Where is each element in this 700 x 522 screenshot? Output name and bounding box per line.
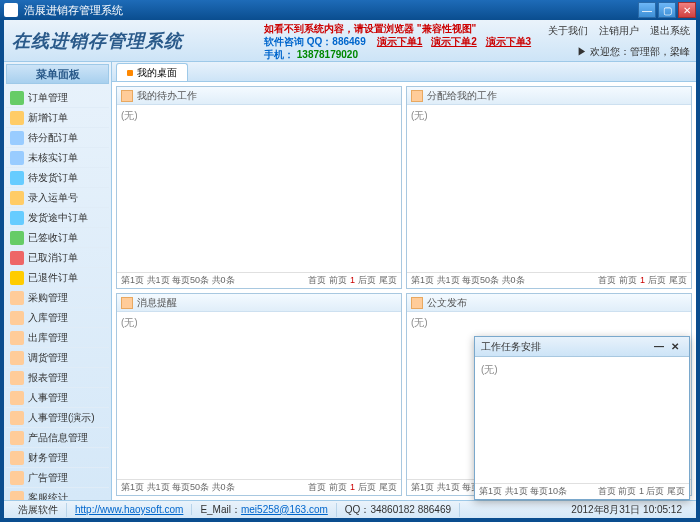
sidebar-item-19[interactable]: 广告管理	[6, 468, 109, 488]
pg-first[interactable]: 首页	[598, 275, 616, 285]
popup-close-button[interactable]: ✕	[667, 341, 683, 352]
menu-label: 产品信息管理	[28, 431, 88, 445]
panel-2: 消息提醒(无)第1页 共1页 每页50条 共0条首页前页1后页尾页	[116, 293, 402, 496]
tab-desktop[interactable]: 我的桌面	[116, 63, 188, 81]
panel-0: 我的待办工作(无)第1页 共1页 每页50条 共0条首页前页1后页尾页	[116, 86, 402, 289]
pg-first[interactable]: 首页	[308, 275, 326, 285]
menu-icon	[10, 251, 24, 265]
pg-prev[interactable]: 前页	[329, 275, 347, 285]
pg-next[interactable]: 后页	[358, 275, 376, 285]
panel-icon	[121, 90, 133, 102]
menu-icon	[10, 451, 24, 465]
panel-icon	[411, 90, 423, 102]
app-logo-text: 在线进销存管理系统	[12, 29, 183, 53]
pg-first[interactable]: 首页	[308, 482, 326, 492]
sidebar-item-6[interactable]: 发货途中订单	[6, 208, 109, 228]
popup-header[interactable]: 工作任务安排 — ✕	[475, 337, 689, 357]
menu-label: 客服统计	[28, 491, 68, 501]
popup-pg-last[interactable]: 尾页	[667, 486, 685, 496]
menu-label: 报表管理	[28, 371, 68, 385]
pg-prev[interactable]: 前页	[329, 482, 347, 492]
menu-label: 入库管理	[28, 311, 68, 325]
sidebar-item-14[interactable]: 报表管理	[6, 368, 109, 388]
logout-link[interactable]: 注销用户	[599, 25, 639, 36]
menu-icon	[10, 191, 24, 205]
menu-label: 未核实订单	[28, 151, 78, 165]
sidebar-item-4[interactable]: 待发货订单	[6, 168, 109, 188]
sidebar-item-16[interactable]: 人事管理(演示)	[6, 408, 109, 428]
sidebar-item-3[interactable]: 未核实订单	[6, 148, 109, 168]
pg-last[interactable]: 尾页	[669, 275, 687, 285]
panel-pager: 第1页 共1页 每页50条 共0条首页前页1后页尾页	[117, 272, 401, 288]
panel-title: 公文发布	[427, 296, 467, 310]
sidebar-item-0[interactable]: 订单管理	[6, 88, 109, 108]
sidebar-item-11[interactable]: 入库管理	[6, 308, 109, 328]
sidebar-item-18[interactable]: 财务管理	[6, 448, 109, 468]
pg-prev[interactable]: 前页	[619, 275, 637, 285]
menu-label: 采购管理	[28, 291, 68, 305]
sidebar-item-15[interactable]: 人事管理	[6, 388, 109, 408]
sidebar-item-1[interactable]: 新增订单	[6, 108, 109, 128]
demo-link-3[interactable]: 演示下单3	[486, 36, 532, 47]
close-button[interactable]: ✕	[678, 2, 696, 18]
sidebar-item-7[interactable]: 已签收订单	[6, 228, 109, 248]
sidebar-item-10[interactable]: 采购管理	[6, 288, 109, 308]
sidebar-item-20[interactable]: 客服统计	[6, 488, 109, 500]
menu-icon	[10, 471, 24, 485]
panel-body: (无)	[117, 312, 401, 479]
pg-num: 1	[350, 482, 355, 492]
menu-icon	[10, 151, 24, 165]
status-site[interactable]: http://www.haoysoft.com	[67, 504, 192, 515]
menu-icon	[10, 131, 24, 145]
popup-title: 工作任务安排	[481, 340, 541, 354]
menu-label: 已签收订单	[28, 231, 78, 245]
menu-label: 人事管理	[28, 391, 68, 405]
tab-bar: 我的桌面	[112, 62, 696, 82]
menu-icon	[10, 91, 24, 105]
pg-next[interactable]: 后页	[648, 275, 666, 285]
pg-last[interactable]: 尾页	[379, 275, 397, 285]
menu-label: 已取消订单	[28, 251, 78, 265]
menu-icon	[10, 231, 24, 245]
panel-header: 分配给我的工作	[407, 87, 691, 105]
task-popup: 工作任务安排 — ✕ (无) 第1页 共1页 每页10条 首页 前页 1 后页 …	[474, 336, 690, 500]
statusbar: 浩展软件 http://www.haoysoft.com E_Mail：mei5…	[4, 500, 696, 518]
menu-label: 发货途中订单	[28, 211, 88, 225]
sidebar-item-5[interactable]: 录入运单号	[6, 188, 109, 208]
about-link[interactable]: 关于我们	[548, 25, 588, 36]
sidebar-item-17[interactable]: 产品信息管理	[6, 428, 109, 448]
menu-icon	[10, 331, 24, 345]
demo-link-2[interactable]: 演示下单2	[431, 36, 477, 47]
popup-pg-next[interactable]: 后页	[646, 486, 664, 496]
header: 在线进销存管理系统 如看不到系统内容，请设置浏览器 "兼容性视图" 软件咨询 Q…	[4, 20, 696, 62]
popup-pg-first[interactable]: 首页	[598, 486, 616, 496]
panel-header: 消息提醒	[117, 294, 401, 312]
tab-label: 我的桌面	[137, 66, 177, 80]
menu-label: 财务管理	[28, 451, 68, 465]
menu-label: 出库管理	[28, 331, 68, 345]
menu-label: 待分配订单	[28, 131, 78, 145]
demo-link-1[interactable]: 演示下单1	[377, 36, 423, 47]
maximize-button[interactable]: ▢	[658, 2, 676, 18]
popup-pg-num: 1	[639, 486, 644, 496]
panel-icon	[121, 297, 133, 309]
sidebar-item-8[interactable]: 已取消订单	[6, 248, 109, 268]
panel-title: 消息提醒	[137, 296, 177, 310]
menu-icon	[10, 371, 24, 385]
menu-label: 新增订单	[28, 111, 68, 125]
sidebar-item-2[interactable]: 待分配订单	[6, 128, 109, 148]
header-notice: 如看不到系统内容，请设置浏览器 "兼容性视图" 软件咨询 QQ：886469 演…	[264, 22, 531, 61]
popup-pg-prev[interactable]: 前页	[618, 486, 636, 496]
sidebar-item-9[interactable]: 已退件订单	[6, 268, 109, 288]
pg-last[interactable]: 尾页	[379, 482, 397, 492]
pg-next[interactable]: 后页	[358, 482, 376, 492]
popup-minimize-button[interactable]: —	[651, 341, 667, 352]
panel-title: 我的待办工作	[137, 89, 197, 103]
sidebar-title: 菜单面板	[6, 64, 109, 84]
minimize-button[interactable]: —	[638, 2, 656, 18]
menu-label: 待发货订单	[28, 171, 78, 185]
status-datetime: 2012年8月31日 10:05:12	[563, 503, 690, 517]
sidebar-item-12[interactable]: 出库管理	[6, 328, 109, 348]
exit-link[interactable]: 退出系统	[650, 25, 690, 36]
sidebar-item-13[interactable]: 调货管理	[6, 348, 109, 368]
